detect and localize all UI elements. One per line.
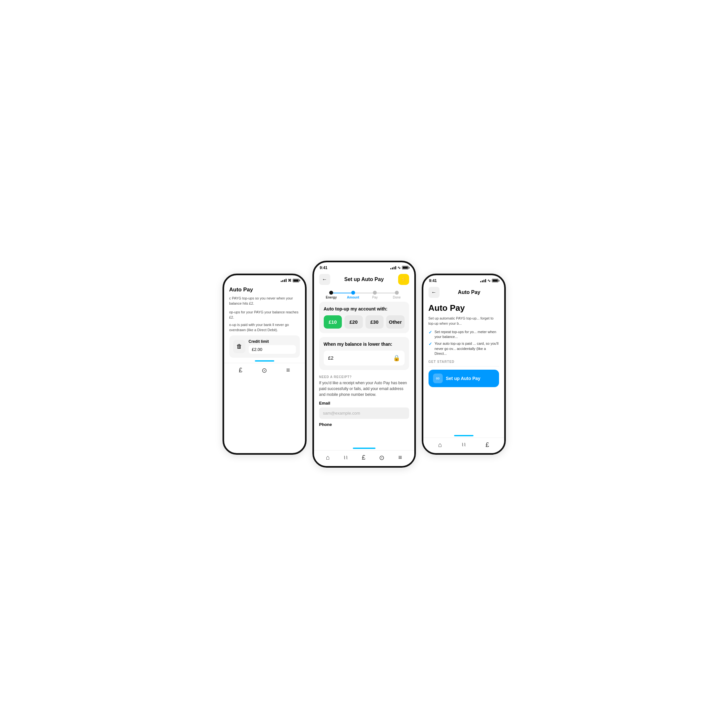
center-nav-payments[interactable]: £	[362, 454, 366, 461]
left-status-icons: ⌘	[281, 278, 299, 283]
bottom-bar-indicator	[255, 360, 274, 362]
email-label: Email	[319, 401, 409, 405]
receipt-label: NEED A RECEIPT?	[319, 375, 409, 379]
check-item-2: ✓ Your auto top-up is paid ... card, so …	[428, 341, 499, 356]
step-amount: Amount	[342, 291, 364, 299]
right-nav-payments[interactable]: £	[485, 441, 489, 448]
balance-card-title: When my balance is lower than:	[324, 341, 405, 347]
nav-payments[interactable]: £	[239, 366, 242, 374]
get-started-label: GET STARTED	[428, 360, 499, 364]
step-label-amount: Amount	[347, 295, 359, 299]
right-status-icons: ∿	[480, 278, 499, 283]
right-time: 9:41	[429, 278, 437, 283]
amount-30-button[interactable]: £30	[366, 315, 384, 329]
left-status-bar: ⌘	[224, 275, 305, 284]
amount-card-title: Auto top-up my account with:	[324, 306, 405, 312]
nav-help[interactable]: ⊙	[262, 366, 267, 374]
wifi-icon: ⌘	[288, 278, 291, 283]
balance-field: £2 🔒	[324, 350, 405, 366]
right-bottom-bar	[454, 435, 474, 436]
amount-card: Auto top-up my account with: £10 £20 £30…	[319, 302, 409, 333]
setup-autopay-label: Set up Auto Pay	[446, 376, 480, 381]
center-status-bar: 9:41 ∿	[314, 262, 414, 271]
center-bottom-bar	[353, 448, 375, 449]
stepper: Energy Amount Pay Done	[314, 288, 414, 302]
step-dot-energy	[329, 291, 333, 295]
right-nav-usage[interactable]: ⌇⌇	[462, 442, 466, 447]
center-bottom-nav: ⌂ ⌇⌇ £ ⊙ ≡	[314, 450, 414, 466]
left-desc3: o-up is paid with your bank ll never go …	[229, 322, 300, 333]
center-time: 9:41	[320, 266, 327, 270]
right-phone: 9:41 ∿ ← Auto Pay Auto Pay Set up automa…	[422, 274, 506, 455]
center-nav-header: ← Set up Auto Pay ⚡	[314, 271, 414, 288]
credit-limit-value: £2.00	[249, 345, 296, 354]
step-energy: Energy	[321, 291, 343, 299]
center-battery-icon	[402, 266, 408, 269]
nav-menu[interactable]: ≡	[286, 366, 290, 374]
step-label-done: Done	[393, 295, 401, 299]
left-desc2: op-ups for your PAYG your balance reache…	[229, 309, 300, 320]
center-nav-help[interactable]: ⊙	[379, 454, 385, 462]
step-dot-done	[395, 291, 399, 295]
center-nav-menu[interactable]: ≡	[398, 454, 402, 461]
left-bottom-nav: £ ⊙ ≡	[224, 363, 305, 379]
center-nav-usage[interactable]: ⌇⌇	[343, 455, 348, 460]
infinity-icon: ∞	[433, 373, 443, 383]
check-text-2: Your auto top-up is paid ... card, so yo…	[435, 341, 499, 356]
right-battery-icon	[492, 279, 499, 282]
amount-20-button[interactable]: £20	[344, 315, 363, 329]
signal-icon	[281, 279, 286, 282]
right-nav-home[interactable]: ⌂	[438, 441, 442, 448]
step-dot-pay	[373, 291, 377, 295]
check-list: ✓ Set repeat top-ups for yo... meter whe…	[428, 330, 499, 356]
email-input[interactable]: sam@example.com	[319, 407, 409, 419]
battery-icon	[293, 279, 299, 282]
credit-card-section: 🗑 Credit limit £2.00	[229, 335, 300, 358]
right-big-title: Auto Pay	[428, 303, 499, 313]
center-wifi-icon: ∿	[398, 266, 401, 270]
step-label-pay: Pay	[372, 295, 378, 299]
check-mark-1: ✓	[428, 330, 432, 335]
step-pay: Pay	[364, 291, 386, 299]
amount-10-button[interactable]: £10	[324, 315, 342, 329]
center-status-icons: ∿	[390, 266, 408, 270]
credit-info: Credit limit £2.00	[249, 339, 296, 354]
right-header-title: Auto Pay	[439, 289, 499, 295]
left-desc1: c PAYG top-ups so you never when your ba…	[229, 295, 300, 306]
center-nav-home[interactable]: ⌂	[326, 454, 330, 461]
right-back-button[interactable]: ←	[428, 287, 439, 298]
phone-label: Phone	[319, 422, 409, 427]
credit-limit-label: Credit limit	[249, 339, 296, 344]
step-done: Done	[386, 291, 408, 299]
right-desc: Set up automatic PAYG top-up... forget t…	[428, 316, 499, 326]
amount-options: £10 £20 £30 Other	[324, 315, 405, 329]
right-signal-icon	[480, 279, 486, 282]
right-wifi-icon: ∿	[487, 278, 491, 283]
step-label-energy: Energy	[326, 295, 336, 299]
receipt-desc: If you'd like a receipt when your Auto P…	[319, 380, 409, 398]
step-dot-amount	[351, 291, 355, 295]
check-text-1: Set repeat top-ups for yo... meter when …	[435, 330, 499, 340]
left-page-title: Auto Pay	[229, 286, 300, 293]
check-mark-2: ✓	[428, 341, 432, 347]
receipt-section: NEED A RECEIPT? If you'd like a receipt …	[319, 374, 409, 431]
check-item-1: ✓ Set repeat top-ups for yo... meter whe…	[428, 330, 499, 340]
left-phone: ⌘ Auto Pay c PAYG top-ups so you never w…	[223, 274, 307, 455]
amount-other-button[interactable]: Other	[386, 315, 405, 329]
center-signal-icon	[390, 266, 396, 269]
balance-card: When my balance is lower than: £2 🔒	[319, 337, 409, 370]
left-content: Auto Pay c PAYG top-ups so you never whe…	[224, 284, 305, 360]
right-main-content: Auto Pay Set up automatic PAYG top-up...…	[423, 300, 504, 435]
lightning-button[interactable]: ⚡	[398, 274, 409, 285]
lock-icon: 🔒	[393, 355, 400, 362]
trash-icon[interactable]: 🗑	[233, 340, 245, 353]
center-main-content: Auto top-up my account with: £10 £20 £30…	[314, 302, 414, 448]
balance-value: £2	[328, 355, 334, 361]
right-nav-header: ← Auto Pay	[423, 284, 504, 300]
back-button[interactable]: ←	[319, 274, 330, 285]
center-phone: 9:41 ∿ ← Set up Auto Pay ⚡	[312, 261, 416, 468]
center-header-title: Set up Auto Pay	[330, 277, 398, 282]
setup-autopay-button[interactable]: ∞ Set up Auto Pay	[428, 370, 499, 387]
right-bottom-nav: ⌂ ⌇⌇ £	[423, 437, 504, 453]
right-status-bar: 9:41 ∿	[423, 275, 504, 284]
